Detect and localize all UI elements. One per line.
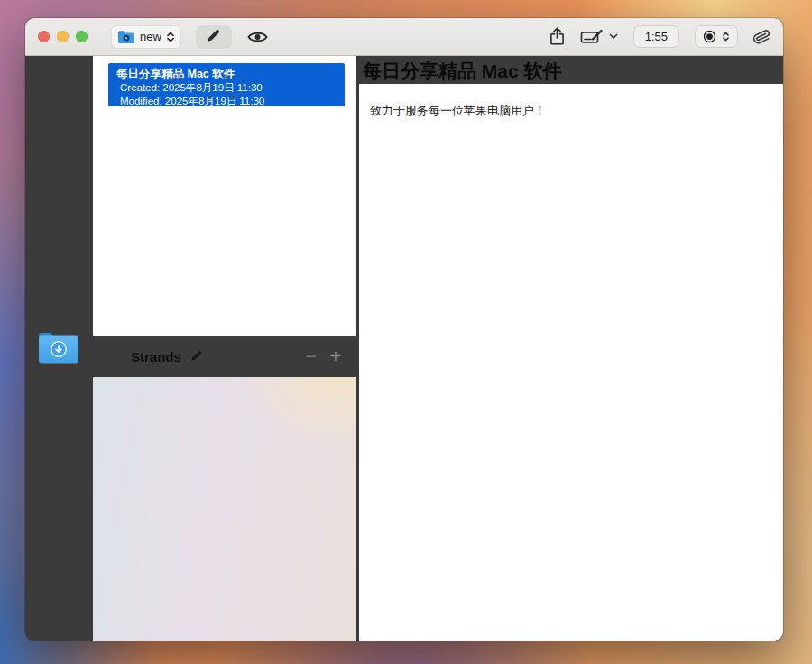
folder-select-label: new [140, 30, 161, 43]
remove-strand-button[interactable]: − [305, 347, 316, 365]
chevron-up-down-icon [722, 31, 730, 42]
timer-value: 1:55 [645, 30, 668, 43]
strands-title: Strands [131, 349, 181, 364]
folder-icon [117, 30, 135, 44]
note-list-item-selected[interactable]: 每日分享精品 Mac 软件 Created: 2025年8月19日 11:30 … [108, 63, 345, 106]
editor-body[interactable]: 致力于服务每一位苹果电脑用户！ [359, 84, 783, 641]
editor-body-text: 致力于服务每一位苹果电脑用户！ [370, 104, 546, 117]
note-modified: Modified: 2025年8月19日 11:30 [116, 95, 337, 108]
share-icon [549, 27, 565, 46]
keyboard-pencil-icon [580, 29, 604, 45]
timer-field[interactable]: 1:55 [633, 25, 679, 48]
circle-selector-icon [703, 30, 716, 43]
paperclip-icon [753, 28, 770, 46]
attachment-button[interactable] [753, 25, 770, 49]
pencil-icon [206, 29, 221, 44]
chevron-down-icon [609, 33, 618, 40]
mode-selector[interactable] [695, 25, 738, 48]
editor-note-title: 每日分享精品 Mac 软件 [359, 58, 562, 84]
strand-preview[interactable] [93, 377, 356, 641]
notes-list: 每日分享精品 Mac 软件 Created: 2025年8月19日 11:30 … [93, 56, 356, 336]
strands-header: Strands − + [93, 336, 356, 377]
edit-strands-button[interactable] [189, 350, 203, 364]
main-area: 每日分享精品 Mac 软件 Created: 2025年8月19日 11:30 … [25, 56, 783, 641]
markup-style-button[interactable] [580, 25, 618, 49]
app-window: new [25, 18, 783, 641]
folders-sidebar [25, 56, 93, 641]
eye-icon [247, 30, 268, 44]
notes-column: 每日分享精品 Mac 软件 Created: 2025年8月19日 11:30 … [93, 56, 356, 641]
minimize-button[interactable] [57, 31, 69, 42]
note-title: 每日分享精品 Mac 软件 [116, 68, 337, 81]
close-button[interactable] [38, 31, 50, 42]
preview-button[interactable] [243, 25, 273, 49]
zoom-button[interactable] [76, 31, 88, 42]
traffic-lights [38, 31, 88, 42]
chevron-up-down-icon [166, 31, 175, 43]
editor-header: 每日分享精品 Mac 软件 [359, 56, 783, 84]
share-button[interactable] [549, 25, 565, 49]
download-folder-icon[interactable] [35, 328, 82, 366]
folder-select-dropdown[interactable]: new [111, 25, 181, 49]
note-created: Created: 2025年8月19日 11:30 [116, 81, 337, 95]
editor-column: 每日分享精品 Mac 软件 致力于服务每一位苹果电脑用户！ [359, 56, 783, 641]
add-strand-button[interactable]: + [330, 347, 341, 365]
compose-button[interactable] [196, 25, 232, 49]
titlebar: new [25, 18, 783, 56]
